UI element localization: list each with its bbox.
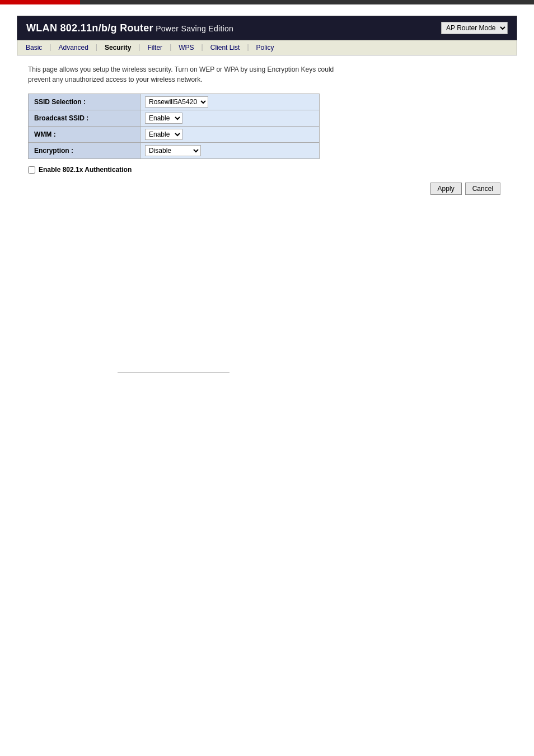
router-title-normal: Power Saving Edition bbox=[153, 24, 233, 33]
ssid-selection-row: SSID Selection : Rosewill5A5420 bbox=[29, 94, 320, 110]
encryption-label: Encryption : bbox=[29, 143, 140, 159]
wmm-row: WMM : Enable Disable bbox=[29, 127, 320, 143]
nav-item-basic[interactable]: Basic bbox=[20, 41, 48, 54]
content-area: This page allows you setup the wireless … bbox=[17, 55, 517, 204]
nav-bar: Basic | Advanced | Security | Filter | W… bbox=[17, 40, 517, 55]
wmm-select[interactable]: Enable Disable bbox=[145, 129, 182, 140]
enable-8021x-checkbox[interactable] bbox=[28, 166, 35, 174]
nav-item-filter[interactable]: Filter bbox=[141, 41, 168, 54]
cancel-button[interactable]: Cancel bbox=[465, 183, 500, 195]
footer-line bbox=[118, 372, 229, 372]
broadcast-ssid-row: Broadcast SSID : Enable Disable bbox=[29, 110, 320, 127]
top-bar bbox=[0, 0, 534, 4]
page-description: This page allows you setup the wireless … bbox=[28, 64, 353, 85]
router-header: WLAN 802.11n/b/g Router Power Saving Edi… bbox=[17, 16, 517, 40]
router-title: WLAN 802.11n/b/g Router Power Saving Edi… bbox=[26, 22, 233, 34]
broadcast-ssid-select[interactable]: Enable Disable bbox=[145, 113, 182, 124]
nav-item-policy[interactable]: Policy bbox=[250, 41, 280, 54]
encryption-select[interactable]: Disable WEP WPA WPA2 bbox=[145, 145, 201, 156]
encryption-row: Encryption : Disable WEP WPA WPA2 bbox=[29, 143, 320, 159]
ssid-selection-label: SSID Selection : bbox=[29, 94, 140, 110]
ap-mode-select[interactable]: AP Router Mode bbox=[441, 22, 508, 34]
apply-button[interactable]: Apply bbox=[430, 183, 462, 195]
nav-item-client-list[interactable]: Client List bbox=[204, 41, 246, 54]
router-title-bold: WLAN 802.11n/b/g Router bbox=[26, 22, 153, 34]
wmm-label: WMM : bbox=[29, 127, 140, 143]
button-row: Apply Cancel bbox=[28, 183, 506, 195]
nav-item-advanced[interactable]: Advanced bbox=[52, 41, 94, 54]
ssid-selection-select[interactable]: Rosewill5A5420 bbox=[145, 96, 208, 108]
enable-8021x-label: Enable 802.1x Authentication bbox=[39, 166, 132, 174]
nav-item-security[interactable]: Security bbox=[99, 41, 137, 54]
settings-form: SSID Selection : Rosewill5A5420 Broadcas… bbox=[28, 94, 320, 159]
enable-8021x-row: Enable 802.1x Authentication bbox=[28, 166, 506, 174]
nav-item-wps[interactable]: WPS bbox=[172, 41, 200, 54]
broadcast-ssid-label: Broadcast SSID : bbox=[29, 110, 140, 127]
